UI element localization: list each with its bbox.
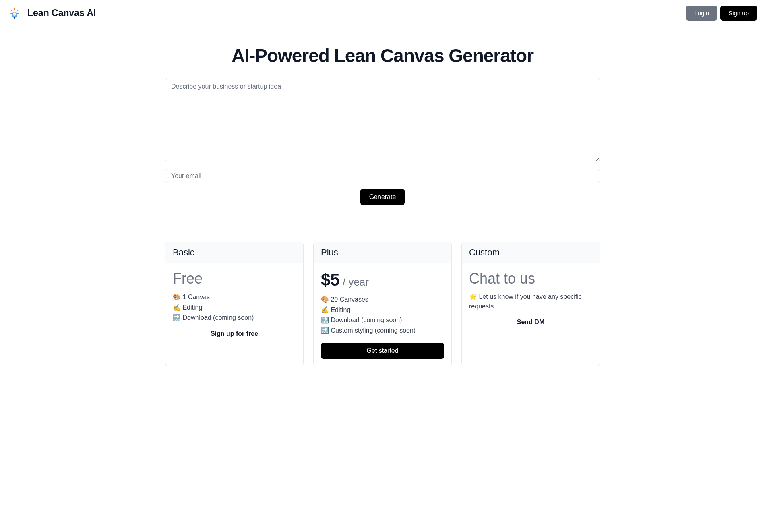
auth-buttons: Login Sign up [686, 6, 757, 21]
card-body: Chat to us 🌟 Let us know if you have any… [462, 263, 600, 333]
plan-price: Chat to us [469, 270, 592, 287]
card-body: Free 🎨 1 Canvas ✍️ Editing 🔜 Download (c… [165, 263, 303, 345]
pricing-card-basic: Basic Free 🎨 1 Canvas ✍️ Editing 🔜 Downl… [165, 242, 304, 366]
generate-button[interactable]: Generate [360, 189, 405, 205]
feature-item: ✍️ Editing [321, 305, 444, 315]
feature-item: 🔜 Custom styling (coming soon) [321, 325, 444, 336]
generate-wrap: Generate [165, 189, 600, 205]
send-dm-link[interactable]: Send DM [517, 319, 544, 326]
feature-list: 🎨 20 Canvases ✍️ Editing 🔜 Download (com… [321, 294, 444, 335]
plan-price: Free [173, 270, 296, 287]
card-header: Custom [462, 242, 600, 263]
main-container: AI-Powered Lean Canvas Generator Generat… [157, 45, 608, 366]
card-cta: Send DM [469, 319, 592, 326]
email-field[interactable] [165, 169, 600, 183]
feature-item: 🎨 20 Canvases [321, 294, 444, 305]
pricing-grid: Basic Free 🎨 1 Canvas ✍️ Editing 🔜 Downl… [165, 242, 600, 366]
price-period: / year [340, 276, 369, 288]
plan-title: Plus [321, 247, 444, 258]
card-cta: Sign up for free [173, 330, 296, 337]
feature-item: 🔜 Download (coming soon) [321, 315, 444, 325]
get-started-button[interactable]: Get started [321, 343, 444, 359]
feature-item: 🎨 1 Canvas [173, 292, 296, 302]
brand-name: Lean Canvas AI [27, 8, 96, 19]
svg-rect-1 [14, 17, 15, 19]
svg-point-2 [13, 12, 16, 16]
plan-price: $5 / year [321, 270, 444, 290]
feature-item: ✍️ Editing [173, 302, 296, 313]
brand: Lean Canvas AI [8, 7, 96, 20]
price-amount: $5 [321, 270, 340, 289]
card-header: Plus [314, 242, 451, 263]
pricing-card-custom: Custom Chat to us 🌟 Let us know if you h… [461, 242, 600, 366]
pricing-card-plus: Plus $5 / year 🎨 20 Canvases ✍️ Editing … [313, 242, 452, 366]
card-body: $5 / year 🎨 20 Canvases ✍️ Editing 🔜 Dow… [314, 263, 451, 366]
signup-free-link[interactable]: Sign up for free [211, 330, 258, 337]
card-header: Basic [165, 242, 303, 263]
plan-title: Basic [173, 247, 296, 258]
signup-button[interactable]: Sign up [720, 6, 757, 21]
plan-title: Custom [469, 247, 592, 258]
feature-item: 🔜 Download (coming soon) [173, 313, 296, 323]
idea-textarea[interactable] [165, 78, 600, 161]
feature-list: 🎨 1 Canvas ✍️ Editing 🔜 Download (coming… [173, 292, 296, 323]
logo-icon [8, 7, 21, 20]
page-title: AI-Powered Lean Canvas Generator [165, 45, 600, 66]
login-button[interactable]: Login [686, 6, 717, 21]
plan-description: 🌟 Let us know if you have any specific r… [469, 292, 592, 311]
header: Lean Canvas AI Login Sign up [0, 0, 765, 26]
